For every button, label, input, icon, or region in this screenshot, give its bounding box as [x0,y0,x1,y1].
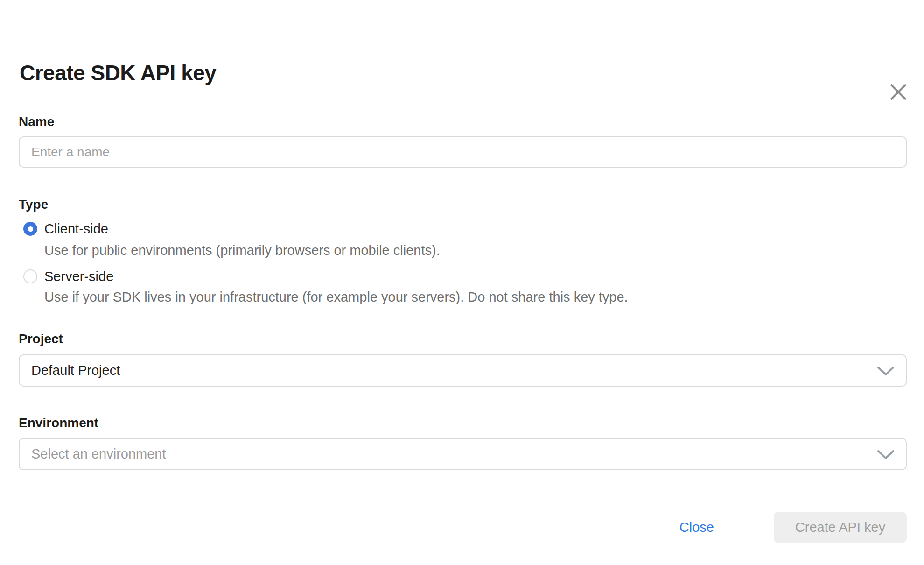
radio-option-client-side[interactable]: Client-side [23,221,907,237]
radio-selected-icon[interactable] [23,222,37,236]
name-input[interactable] [19,136,907,168]
project-select-value: Default Project [31,363,120,378]
close-icon [889,83,907,101]
environment-select[interactable]: Select an environment [19,438,907,470]
create-sdk-api-key-modal: Create SDK API key Name Type Client-side… [0,60,924,565]
radio-option-label: Server-side [44,268,113,284]
modal-actions: Close Create API key [19,512,907,543]
page-title: Create SDK API key [20,60,907,86]
close-button[interactable]: Close [679,520,714,535]
radio-unselected-icon[interactable] [23,269,37,283]
radio-option-description: Use for public environments (primarily b… [44,242,907,258]
chevron-down-icon [877,450,895,460]
project-select[interactable]: Default Project [19,354,907,387]
create-api-key-button[interactable]: Create API key [774,512,907,543]
environment-field-label: Environment [19,415,907,431]
chevron-down-icon [877,366,895,376]
name-field-label: Name [19,114,907,130]
modal-close-button[interactable] [889,82,908,102]
radio-option-label: Client-side [44,221,108,237]
radio-option-server-side[interactable]: Server-side [23,268,907,284]
type-field-label: Type [19,197,907,212]
environment-select-placeholder: Select an environment [31,446,166,462]
radio-option-description: Use if your SDK lives in your infrastruc… [44,289,907,305]
project-field-label: Project [19,331,907,347]
